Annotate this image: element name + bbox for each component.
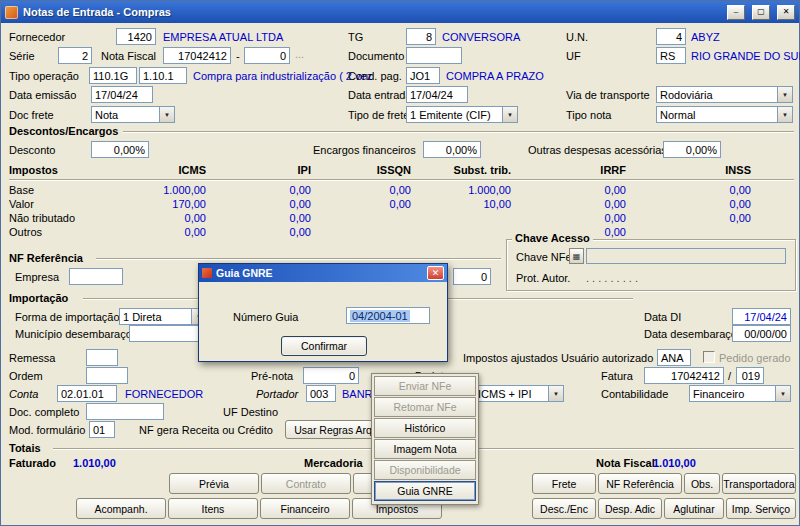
fatura-input[interactable]: 17042412 xyxy=(644,367,724,384)
imp-servico-button[interactable]: Imp. Serviço xyxy=(726,498,796,519)
menu-item-imagem-nota[interactable]: Imagem Nota xyxy=(374,439,476,459)
tg-name: CONVERSORA xyxy=(442,31,520,43)
minimize-button[interactable]: – xyxy=(727,5,745,20)
data-entrada-input[interactable]: 17/04/24 xyxy=(406,86,468,103)
outras-despesas-value: 0,00% xyxy=(686,144,717,156)
impostos-row-label: Valor xyxy=(9,198,34,210)
impostos-col-subst: Subst. trib. xyxy=(431,164,511,176)
impostos-cell: 0,00 xyxy=(331,198,411,210)
obs-button[interactable]: Obs. xyxy=(684,473,720,494)
doc-completo-input[interactable] xyxy=(86,403,164,420)
mod-formulario-input[interactable]: 01 xyxy=(89,421,115,438)
totais-section-title: Totais xyxy=(9,442,41,454)
tipo-nota-select[interactable]: Normal ▼ xyxy=(656,106,793,123)
nota-fiscal-sub-input[interactable]: 0 xyxy=(244,47,290,64)
portador-input[interactable]: 003 xyxy=(306,385,336,402)
more-icon[interactable]: ... xyxy=(295,48,304,60)
previa-button[interactable]: Prévia xyxy=(169,473,259,494)
menu-item-historico[interactable]: Histórico xyxy=(374,418,476,438)
doc-frete-select[interactable]: Nota ▼ xyxy=(91,106,175,123)
numero-guia-label: Número Guia xyxy=(233,311,298,323)
contabilidade-select[interactable]: Financeiro ▼ xyxy=(689,385,791,402)
chevron-down-icon: ▼ xyxy=(777,87,792,102)
tipo-frete-select[interactable]: 1 Emitente (CIF) ▼ xyxy=(406,106,518,123)
impostos-cell: 0,00 xyxy=(231,184,311,196)
confirmar-button[interactable]: Confirmar xyxy=(281,336,367,356)
serie-input[interactable]: 2 xyxy=(58,47,92,64)
nf-referencia-section-title: NF Referência xyxy=(9,252,83,264)
nota-fiscal-value: 17042412 xyxy=(178,50,227,62)
un-input[interactable]: 4 xyxy=(656,28,686,45)
data-emissao-value: 17/04/24 xyxy=(95,89,138,101)
data-desembaraco-label: Data desembaraço xyxy=(644,328,737,340)
via-transporte-select[interactable]: Rodoviária ▼ xyxy=(656,86,793,103)
close-button[interactable]: ✕ xyxy=(777,5,795,20)
forma-importacao-label: Forma de importação xyxy=(15,311,120,323)
usuario-autorizado-input[interactable]: ANA xyxy=(657,349,691,366)
tg-input[interactable]: 8 xyxy=(406,28,436,45)
menu-item-retomar-nfe: Retomar NFe xyxy=(374,397,476,417)
chevron-down-icon: ▼ xyxy=(159,107,174,122)
tipo-operacao-input2[interactable]: 1.10.1 xyxy=(139,67,187,84)
numero-guia-input[interactable]: 04/2004-01 xyxy=(346,307,430,324)
impostos-cell: 1.000,00 xyxy=(126,184,206,196)
empresa-label: Empresa xyxy=(15,271,59,283)
nf-referencia-valor-input[interactable]: 0 xyxy=(453,268,491,285)
encargos-input[interactable]: 0,00% xyxy=(423,141,481,158)
nf-gera-label: NF gera Receita ou Crédito xyxy=(139,424,273,436)
pedido-gerado-checkbox xyxy=(703,351,715,363)
frete-button[interactable]: Frete xyxy=(532,473,596,494)
tipo-operacao-input[interactable]: 110.1G xyxy=(89,67,137,84)
desc-enc-button[interactable]: Desc./Enc xyxy=(532,498,596,519)
tipo-operacao-desc: Compra para industrialização ( 2 vez xyxy=(193,70,372,82)
cond-pag-name: COMPRA A PRAZO xyxy=(446,70,544,82)
nota-fiscal-input[interactable]: 17042412 xyxy=(163,47,231,64)
impostos-cell: 0,00 xyxy=(671,212,751,224)
forma-importacao-select[interactable]: 1 Direta ▼ xyxy=(119,308,207,325)
fornecedor-input[interactable]: 1420 xyxy=(116,28,156,45)
cond-pag-code: JO1 xyxy=(410,70,430,82)
usuario-autorizado-label: Usuário autorizado xyxy=(561,352,653,364)
data-emissao-input[interactable]: 17/04/24 xyxy=(91,86,153,103)
itens-button[interactable]: Itens xyxy=(168,498,258,519)
impostos-cell: 0,00 xyxy=(231,212,311,224)
uf-input[interactable]: RS xyxy=(656,47,686,64)
financeiro-button[interactable]: Financeiro xyxy=(260,498,350,519)
nf-referencia-valor: 0 xyxy=(481,271,487,283)
conta-input[interactable]: 02.01.01 xyxy=(57,385,117,402)
impostos-cell: 0,00 xyxy=(546,184,626,196)
acompanh-button[interactable]: Acompanh. xyxy=(76,498,166,519)
data-desembaraco-input[interactable]: 00/00/00 xyxy=(732,325,791,342)
transportadora-button[interactable]: Transportadora xyxy=(722,473,796,494)
data-entrada-label: Data entrada xyxy=(348,89,412,101)
section-divider xyxy=(96,258,501,260)
fatura-parcela-input[interactable]: 019 xyxy=(736,367,764,384)
impostos-cell: 0,00 xyxy=(546,212,626,224)
dialog-title-bar[interactable]: Guia GNRE ✕ xyxy=(199,264,447,282)
fatura-separator: / xyxy=(728,370,731,382)
guia-gnre-dialog: Guia GNRE ✕ Número Guia 04/2004-01 Confi… xyxy=(198,263,448,362)
nf-referencia-button[interactable]: NF Referência xyxy=(598,473,682,494)
ordem-input[interactable] xyxy=(86,367,128,384)
cond-pag-input[interactable]: JO1 xyxy=(406,67,440,84)
aglutinar-button[interactable]: Aglutinar xyxy=(664,498,724,519)
outras-despesas-input[interactable]: 0,00% xyxy=(663,141,721,158)
desp-adic-button[interactable]: Desp. Adic xyxy=(598,498,662,519)
impostos-cell: 0,00 xyxy=(126,212,206,224)
chave-nfe-browse-icon[interactable]: ▦ xyxy=(569,248,584,264)
tributacao-select[interactable]: ICMS + IPI ▼ xyxy=(474,385,564,402)
empresa-input[interactable] xyxy=(69,268,123,285)
desconto-input[interactable]: 0,00% xyxy=(91,141,149,158)
un-name: ABYZ xyxy=(691,31,720,43)
data-di-input[interactable]: 17/04/24 xyxy=(732,308,791,325)
pre-nota-input[interactable]: 0 xyxy=(303,367,359,384)
dialog-title: Guia GNRE xyxy=(216,267,423,279)
importacao-section-title: Importação xyxy=(9,292,68,304)
dialog-close-icon[interactable]: ✕ xyxy=(427,266,444,280)
documento-input[interactable] xyxy=(406,47,462,64)
menu-item-guia-gnre[interactable]: Guia GNRE xyxy=(374,481,476,501)
remessa-input[interactable] xyxy=(86,349,118,366)
maximize-button[interactable]: ▢ xyxy=(752,5,770,20)
chave-nfe-input[interactable] xyxy=(586,248,786,264)
faturado-value: 1.010,00 xyxy=(73,457,116,469)
